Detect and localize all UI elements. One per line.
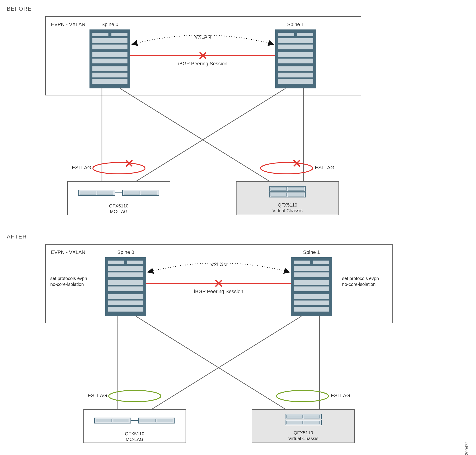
spine0-label-after: Spine 0 <box>105 249 146 255</box>
leaf-mclag-sub-after: MC-LAG <box>126 437 143 442</box>
before-label: BEFORE <box>7 6 32 12</box>
evpn-label-after: EVPN - VXLAN <box>51 249 85 255</box>
svg-rect-22 <box>304 415 320 418</box>
esi-right-after: ESI LAG <box>331 393 350 398</box>
divider <box>0 227 476 228</box>
svg-rect-2 <box>97 191 113 194</box>
leaf-mclag-after: QFX5110 MC-LAG <box>83 409 186 443</box>
svg-rect-24 <box>287 421 302 424</box>
rack-switch-icon <box>79 190 159 195</box>
esi-ellipse-left-before <box>93 162 145 174</box>
leaf-vc-sub-after: Virtual Chassis <box>288 436 318 441</box>
svg-rect-14 <box>96 419 112 422</box>
evpn-label-before: EVPN - VXLAN <box>51 22 85 27</box>
figure-id: g200472 <box>464 441 469 455</box>
svg-line-39 <box>120 89 270 181</box>
crosslinks-after <box>118 316 319 409</box>
esi-x-right-before <box>294 161 300 166</box>
svg-rect-17 <box>140 419 156 422</box>
vxlan-label-before: VXLAN <box>182 34 223 40</box>
esi-x-left-before <box>127 161 132 166</box>
esi-left-after: ESI LAG <box>88 393 107 398</box>
svg-rect-11 <box>271 193 287 196</box>
after-label: AFTER <box>7 234 27 240</box>
svg-rect-25 <box>304 421 320 424</box>
leaf-mclag-before: QFX5110 MC-LAG <box>67 181 170 215</box>
esi-ellipse-right-before <box>261 162 313 174</box>
leaf-mclag-name-after: QFX5110 <box>125 431 144 436</box>
svg-line-44 <box>152 316 301 409</box>
svg-rect-5 <box>141 191 157 194</box>
esi-right-before: ESI LAG <box>315 165 334 171</box>
leaf-vc-sub-before: Virtual Chassis <box>272 208 302 213</box>
leaf-mclag-sub-before: MC-LAG <box>110 209 127 214</box>
svg-rect-9 <box>288 187 304 190</box>
ibgp-label-before: iBGP Peering Session <box>169 61 237 67</box>
spine1-label-after: Spine 1 <box>291 249 332 255</box>
spine0-config-after: set protocols evpn no-core-isolation <box>50 276 87 287</box>
diagram-canvas: BEFORE EVPN - VXLAN Spine 0 Spine 1 VXLA… <box>7 7 469 448</box>
crosslinks-before <box>102 89 304 181</box>
rack-switch-icon <box>285 414 321 425</box>
svg-rect-8 <box>271 187 287 190</box>
vxlan-label-after: VXLAN <box>198 262 239 268</box>
leaf-vc-name-before: QFX5110 <box>278 203 297 207</box>
svg-line-43 <box>136 316 286 409</box>
svg-rect-15 <box>113 419 129 422</box>
rack-switch-icon <box>269 186 306 197</box>
svg-rect-21 <box>287 415 302 418</box>
svg-rect-1 <box>80 191 96 194</box>
ibgp-label-after: iBGP Peering Session <box>185 289 253 294</box>
leaf-vc-name-after: QFX5110 <box>294 430 313 435</box>
leaf-mclag-name-before: QFX5110 <box>109 203 128 208</box>
spine0-label-before: Spine 0 <box>89 22 130 27</box>
evpn-box-before <box>45 16 361 96</box>
rack-switch-icon <box>95 418 175 423</box>
esi-ellipse-right-after <box>276 390 328 402</box>
spine1-label-before: Spine 1 <box>275 22 316 27</box>
svg-rect-18 <box>157 419 173 422</box>
svg-rect-4 <box>124 191 140 194</box>
leaf-vc-before: QFX5110 Virtual Chassis <box>236 181 339 215</box>
leaf-vc-after: QFX5110 Virtual Chassis <box>252 409 355 443</box>
svg-line-40 <box>136 89 286 181</box>
spine1-config-after: set protocols evpn no-core-isolation <box>342 276 379 287</box>
evpn-box-after <box>45 244 393 323</box>
svg-rect-12 <box>288 193 304 196</box>
esi-ellipse-left-after <box>109 390 161 402</box>
esi-left-before: ESI LAG <box>72 165 91 171</box>
